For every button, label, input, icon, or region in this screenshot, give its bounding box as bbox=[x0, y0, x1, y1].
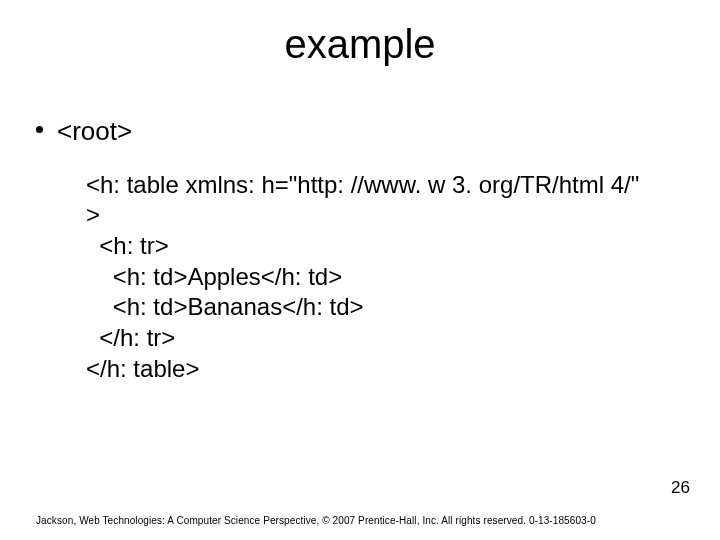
code-block: <h: table xmlns: h="http: //www. w 3. or… bbox=[86, 170, 684, 385]
code-line: </h: tr> bbox=[86, 323, 684, 354]
code-line: </h: table> bbox=[86, 354, 684, 385]
code-line: <h: table xmlns: h="http: //www. w 3. or… bbox=[86, 170, 684, 201]
slide-content: <root> <h: table xmlns: h="http: //www. … bbox=[36, 115, 684, 385]
code-line: <h: tr> bbox=[86, 231, 684, 262]
code-line: <h: td>Apples</h: td> bbox=[86, 262, 684, 293]
footer-citation: Jackson, Web Technologies: A Computer Sc… bbox=[36, 515, 684, 526]
bullet-text: <root> bbox=[57, 115, 132, 148]
code-line: > bbox=[86, 200, 684, 231]
bullet-icon bbox=[36, 126, 43, 133]
bullet-item: <root> bbox=[36, 115, 684, 148]
code-line: <h: td>Bananas</h: td> bbox=[86, 292, 684, 323]
slide: example <root> <h: table xmlns: h="http:… bbox=[0, 0, 720, 540]
page-number: 26 bbox=[671, 478, 690, 498]
slide-title: example bbox=[0, 22, 720, 67]
